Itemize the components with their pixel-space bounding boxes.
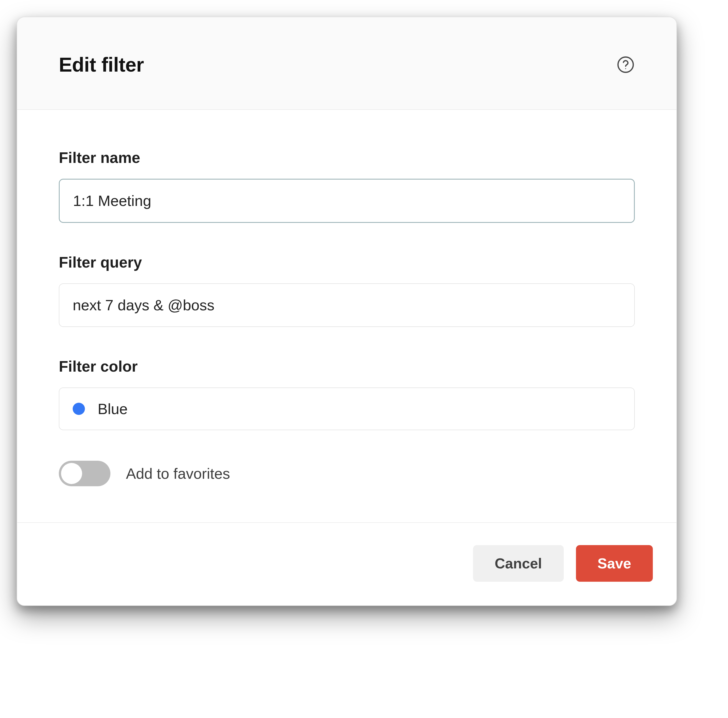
filter-query-label: Filter query: [59, 253, 635, 271]
filter-color-value: Blue: [98, 400, 128, 418]
toggle-knob-icon: [61, 463, 82, 484]
svg-point-0: [618, 57, 633, 72]
filter-name-label: Filter name: [59, 149, 635, 167]
favorites-toggle[interactable]: [59, 461, 110, 486]
filter-name-group: Filter name: [59, 149, 635, 223]
dialog-body: Filter name Filter query Filter color Bl…: [17, 110, 676, 522]
svg-point-1: [625, 68, 626, 69]
filter-color-label: Filter color: [59, 357, 635, 375]
filter-query-group: Filter query: [59, 253, 635, 327]
color-swatch-icon: [73, 403, 85, 415]
help-icon[interactable]: [616, 55, 635, 74]
save-button[interactable]: Save: [576, 545, 653, 582]
edit-filter-dialog: Edit filter Filter name Filter query Fil…: [17, 17, 677, 606]
dialog-footer: Cancel Save: [17, 522, 676, 605]
filter-name-input[interactable]: [59, 179, 635, 223]
filter-color-group: Filter color Blue: [59, 357, 635, 430]
filter-color-select[interactable]: Blue: [59, 387, 635, 430]
favorites-label: Add to favorites: [126, 465, 230, 482]
dialog-header: Edit filter: [17, 17, 676, 110]
dialog-title: Edit filter: [59, 53, 144, 76]
filter-query-input[interactable]: [59, 283, 635, 327]
cancel-button[interactable]: Cancel: [473, 545, 564, 582]
favorites-row: Add to favorites: [59, 461, 635, 486]
